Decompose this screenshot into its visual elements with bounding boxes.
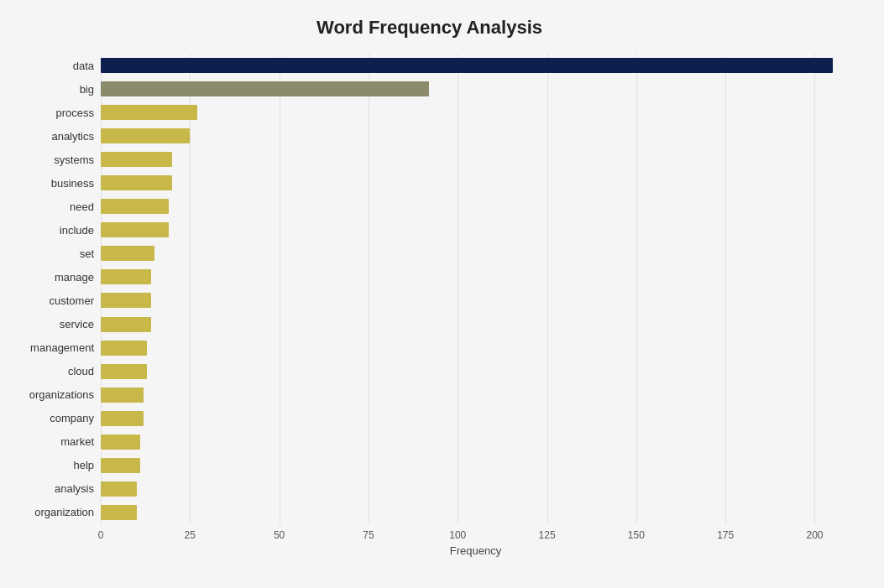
bar-row (101, 55, 850, 76)
chart-area: databigprocessanalyticssystemsbusinessne… (8, 54, 850, 524)
y-label: market (60, 431, 94, 453)
bar (101, 458, 140, 473)
bar-row (101, 314, 850, 336)
chart-container: Word Frequency Analysis databigprocessan… (0, 0, 884, 588)
bar (101, 269, 151, 284)
bar (101, 364, 147, 379)
bar-row (101, 337, 850, 359)
bar-row (101, 101, 850, 123)
bar-row (101, 219, 850, 241)
bar (101, 222, 169, 237)
x-axis-label: Frequency (101, 544, 850, 557)
bar (101, 293, 151, 308)
bar-row (101, 455, 850, 476)
bar-row (101, 361, 850, 382)
bar (101, 105, 197, 120)
bar (101, 388, 144, 403)
bar (101, 317, 151, 332)
bar-row (101, 502, 850, 523)
bar-row (101, 478, 850, 500)
x-tick: 50 (274, 529, 285, 541)
y-label: management (30, 337, 94, 359)
chart-title: Word Frequency Analysis (8, 17, 850, 39)
x-axis: 0255075100125150175200 (101, 524, 850, 541)
bar (101, 246, 154, 261)
bar (101, 128, 190, 143)
bar-row (101, 408, 850, 429)
bar (101, 341, 147, 356)
bar-row (101, 384, 850, 406)
y-label: business (51, 172, 94, 194)
y-label: cloud (68, 361, 94, 382)
bar (101, 175, 172, 190)
grid-and-bars (101, 54, 850, 524)
bar-row (101, 78, 850, 100)
x-tick: 200 (806, 529, 823, 541)
x-axis-container: 0255075100125150175200 Frequency (101, 524, 850, 557)
bar (101, 481, 137, 497)
bar-row (101, 125, 850, 147)
y-label: manage (55, 266, 94, 288)
bar (101, 411, 144, 426)
y-label: organization (34, 502, 94, 523)
bar (101, 434, 140, 450)
y-label: set (80, 242, 94, 264)
bar-row (101, 195, 850, 217)
y-label: data (73, 55, 94, 76)
y-label: customer (50, 289, 94, 311)
bar (101, 199, 169, 214)
bar-row (101, 148, 850, 170)
bar-row (101, 242, 850, 264)
y-label: include (60, 219, 94, 241)
y-axis: databigprocessanalyticssystemsbusinessne… (8, 54, 101, 524)
y-label: analytics (51, 125, 94, 147)
bars-wrapper (101, 54, 850, 524)
y-label: help (73, 455, 94, 476)
bar-row (101, 289, 850, 311)
bar (101, 505, 137, 520)
y-label: organizations (29, 384, 94, 406)
y-label: process (55, 101, 94, 123)
bar-row (101, 172, 850, 194)
bar (101, 152, 172, 167)
x-tick: 175 (717, 529, 734, 541)
x-tick: 0 (98, 529, 104, 541)
bar-row (101, 431, 850, 453)
y-label: company (50, 408, 94, 429)
y-label: need (70, 195, 94, 217)
y-label: systems (54, 148, 94, 170)
x-tick: 25 (185, 529, 196, 541)
bar-row (101, 266, 850, 288)
x-tick: 100 (449, 529, 466, 541)
bar (101, 58, 833, 73)
plot-area (101, 54, 850, 524)
y-label: service (60, 314, 94, 336)
y-label: analysis (55, 478, 94, 500)
bar (101, 81, 429, 96)
x-tick: 75 (363, 529, 374, 541)
y-label: big (80, 78, 94, 100)
x-tick: 150 (628, 529, 645, 541)
x-tick: 125 (539, 529, 556, 541)
